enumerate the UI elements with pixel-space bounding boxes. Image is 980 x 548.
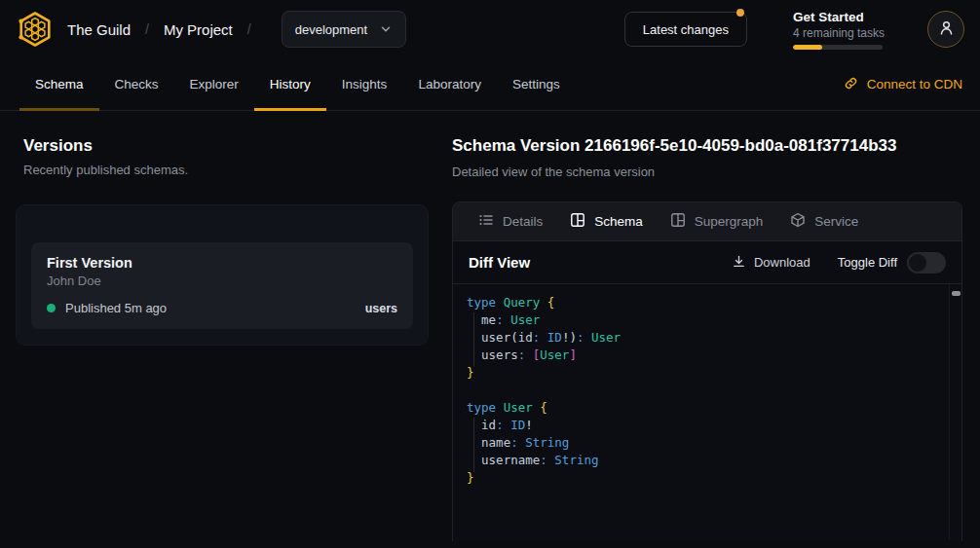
main-content: Versions Recently published schemas. Fir…	[0, 111, 980, 541]
schema-version-subtitle: Detailed view of the schema version	[452, 164, 962, 179]
code-scrollbar[interactable]	[949, 284, 961, 540]
nav-tab-insights[interactable]: Insights	[326, 58, 403, 110]
version-meta-row: Published 5m ago users	[47, 301, 397, 315]
link-chain-icon	[844, 76, 858, 93]
version-name: First Version	[47, 255, 397, 271]
list-icon	[478, 212, 494, 231]
detail-tabs: Details Schema Sup	[453, 202, 961, 241]
latest-changes-label: Latest changes	[643, 22, 729, 37]
target-select-dropdown[interactable]: development	[282, 11, 406, 48]
tab-schema-label: Schema	[594, 214, 643, 229]
diff-toolbar: Diff View Download Toggle Diff	[453, 241, 961, 284]
versions-title: Versions	[16, 136, 429, 156]
code-scrollbar-thumb[interactable]	[952, 291, 961, 296]
version-service-tag: users	[365, 302, 397, 315]
nav-tab-explorer[interactable]: Explorer	[174, 58, 254, 110]
schema-version-title: Schema Version 2166196f-5e10-4059-bd0a-0…	[452, 136, 962, 156]
split-columns-icon	[670, 212, 686, 231]
target-select-value: development	[295, 22, 367, 37]
version-author: John Doe	[47, 274, 397, 288]
versions-pane: Versions Recently published schemas. Fir…	[16, 111, 429, 541]
toggle-diff-knob	[909, 254, 926, 272]
connect-to-cdn-link[interactable]: Connect to CDN	[844, 58, 962, 110]
nav-tab-schema[interactable]: Schema	[19, 58, 99, 110]
download-button[interactable]: Download	[732, 254, 810, 272]
nav-tab-checks[interactable]: Checks	[99, 58, 174, 110]
nav-tab-laboratory[interactable]: Laboratory	[402, 58, 497, 110]
nav-tab-settings[interactable]: Settings	[497, 58, 576, 110]
notification-dot-icon	[736, 9, 744, 17]
download-icon	[732, 254, 746, 272]
schema-version-panel: Details Schema Sup	[452, 201, 962, 541]
breadcrumb-org[interactable]: The Guild	[67, 21, 131, 38]
versions-subtitle: Recently published schemas.	[16, 163, 429, 177]
get-started-title: Get Started	[793, 10, 883, 24]
version-status: Published 5m ago	[65, 301, 167, 315]
schema-version-pane: Schema Version 2166196f-5e10-4059-bd0a-0…	[452, 111, 962, 541]
breadcrumb-separator: /	[145, 21, 149, 37]
tab-details[interactable]: Details	[465, 202, 556, 240]
indent-guide	[473, 418, 474, 472]
indent-guide	[473, 312, 474, 367]
connect-to-cdn-label: Connect to CDN	[867, 77, 962, 91]
versions-list-card: First Version John Doe Published 5m ago …	[16, 204, 429, 346]
tab-details-label: Details	[503, 214, 543, 229]
cube-icon	[790, 212, 806, 231]
get-started-subtitle: 4 remaining tasks	[793, 26, 883, 40]
tab-supergraph[interactable]: Supergraph	[657, 202, 777, 240]
code-content: type Query { me: User user(id: ID!): Use…	[467, 294, 938, 487]
latest-changes-button[interactable]: Latest changes	[624, 12, 747, 47]
get-started-widget[interactable]: Get Started 4 remaining tasks	[793, 10, 883, 50]
diff-view-title: Diff View	[469, 254, 530, 271]
breadcrumb-separator: /	[247, 21, 251, 37]
nav-tab-history[interactable]: History	[254, 58, 326, 110]
tab-schema[interactable]: Schema	[556, 202, 657, 240]
primary-nav: Schema Checks Explorer History Insights …	[0, 58, 980, 111]
version-list-item[interactable]: First Version John Doe Published 5m ago …	[31, 242, 413, 329]
chevron-down-icon	[379, 22, 393, 36]
tab-supergraph-label: Supergraph	[695, 214, 764, 229]
schema-code-viewer[interactable]: type Query { me: User user(id: ID!): Use…	[453, 284, 961, 540]
tab-service-label: Service	[814, 214, 858, 229]
split-columns-icon	[570, 212, 585, 231]
user-avatar[interactable]	[927, 11, 964, 48]
get-started-progress-fill	[793, 45, 822, 50]
app-header: The Guild / My Project / development Lat…	[0, 0, 980, 58]
diff-actions: Download Toggle Diff	[732, 252, 946, 274]
download-label: Download	[754, 255, 810, 270]
breadcrumb-project[interactable]: My Project	[164, 21, 233, 38]
person-icon	[938, 19, 955, 40]
toggle-diff-switch[interactable]	[907, 252, 946, 274]
hive-logo-icon[interactable]	[16, 10, 55, 49]
tab-service[interactable]: Service	[776, 202, 872, 240]
get-started-progress-bar	[793, 45, 883, 50]
toggle-diff-label: Toggle Diff	[838, 255, 897, 270]
published-status-icon	[47, 304, 56, 312]
